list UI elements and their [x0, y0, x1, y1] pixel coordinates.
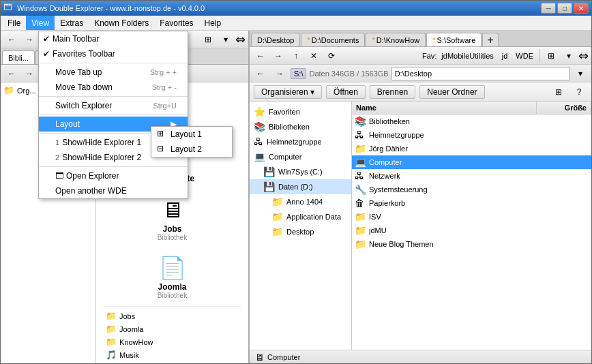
- minimize-button[interactable]: ─: [541, 3, 556, 14]
- file-row-computer[interactable]: 💻 Computer: [352, 155, 591, 169]
- tree-joomla[interactable]: 📁Joomla: [103, 322, 241, 335]
- content-row: ✔ Main Toolbar ✔ Favorites Toolbar Move …: [1, 31, 591, 363]
- fav-wde[interactable]: WDE: [512, 48, 537, 63]
- tree-musik[interactable]: 🎵Musik: [103, 348, 241, 361]
- lib-item-jobs[interactable]: 🖥 Jobs Bibliothek: [132, 198, 213, 241]
- file-row-joerg[interactable]: 📁 Jörg Dähler: [352, 142, 591, 155]
- close-button[interactable]: ✕: [574, 3, 589, 14]
- file-row-neue-blog[interactable]: 📁 Neue Blog Themen: [352, 237, 591, 251]
- maximize-button[interactable]: □: [557, 3, 572, 14]
- open-button[interactable]: Öffnen: [326, 85, 366, 99]
- right-refresh-button[interactable]: ⟳: [323, 48, 340, 63]
- computer-footer-icon: 🖥: [255, 352, 265, 363]
- right-pane-content: ⭐Favoriten 📚Bibliotheken 🖧Heimnetzgruppe…: [250, 102, 591, 350]
- sm-layout1[interactable]: ⊞ Layout 1: [151, 127, 232, 142]
- right-addr-back[interactable]: ←: [252, 66, 269, 81]
- dd-open-another[interactable]: Open another WDE: [39, 183, 188, 198]
- rtree-anno[interactable]: 📁Anno 1404: [250, 194, 351, 209]
- menu-file[interactable]: File: [2, 16, 26, 30]
- new-folder-button[interactable]: Neuer Ordner: [419, 85, 484, 99]
- left-lower-tree: 📁Jobs 📁Joomla 📁KnowHow 🎵Musik 📁Projekte …: [103, 306, 241, 363]
- menu-extras[interactable]: Extras: [55, 16, 89, 30]
- file-systemsteuerung-icon: 🔧: [355, 184, 366, 195]
- right-address-input[interactable]: [391, 67, 569, 80]
- file-row-systemsteuerung[interactable]: 🔧 Systemsteuerung: [352, 183, 591, 196]
- open-explorer-icon: 🗖: [55, 171, 63, 181]
- right-tabs-bar: D:\Desktop *D:\Documents *D:\KnowHow *S:…: [250, 31, 591, 47]
- menu-favorites[interactable]: Favorites: [154, 16, 198, 30]
- rtree-computer[interactable]: 💻Computer: [250, 149, 351, 164]
- tree-projekte[interactable]: 📁Projekte: [103, 361, 241, 363]
- right-sort-button[interactable]: ▾: [561, 48, 577, 63]
- menu-separator-1: [39, 63, 188, 63]
- left-view-button[interactable]: ⊞: [200, 32, 216, 47]
- right-resize-handle[interactable]: ⇔: [578, 48, 589, 63]
- file-row-papierkorb[interactable]: 🗑 Papierkorb: [352, 196, 591, 210]
- musik-icon: 🎵: [106, 350, 117, 360]
- right-stop-button[interactable]: ✕: [306, 48, 322, 63]
- window-controls: ─ □ ✕: [541, 3, 589, 14]
- right-tab-software[interactable]: *S:\Software: [426, 33, 482, 46]
- right-forward-button[interactable]: →: [270, 48, 286, 63]
- menu-separator-2: [39, 96, 188, 97]
- dd-switch-explorer[interactable]: Switch Explorer Strg+U: [39, 98, 188, 113]
- left-forward-button[interactable]: →: [21, 32, 38, 47]
- right-drive-label[interactable]: S:\: [291, 68, 306, 79]
- right-help-button[interactable]: ?: [571, 85, 587, 100]
- col-size[interactable]: Größe: [537, 102, 591, 114]
- right-tab-add[interactable]: +: [482, 33, 498, 46]
- rtree-heimnetz[interactable]: 🖧Heimnetzgruppe: [250, 134, 351, 149]
- sm-layout2[interactable]: ⊟ Layout 2: [151, 142, 232, 157]
- dd-main-toolbar[interactable]: ✔ Main Toolbar: [39, 31, 188, 46]
- rtree-favoriten[interactable]: ⭐Favoriten: [250, 104, 351, 119]
- rtree-bibliotheken[interactable]: 📚Bibliotheken: [250, 119, 351, 134]
- rtree-daten[interactable]: 💾Daten (D:): [250, 179, 351, 194]
- rtree-desktop[interactable]: 📁Desktop: [250, 224, 351, 239]
- right-tab-desktop[interactable]: D:\Desktop: [251, 33, 300, 46]
- file-row-jdmu[interactable]: 📁 jdMU: [352, 224, 591, 237]
- toolbar-separator: [539, 49, 540, 63]
- col-name[interactable]: Name: [352, 102, 537, 114]
- file-list: Name Größe 📚 Bibliotheken 🖧 Heimnetzgrup…: [352, 102, 591, 350]
- jobs-icon: 🖥: [162, 198, 183, 223]
- menu-help[interactable]: Help: [199, 16, 227, 30]
- dd-move-tab-up[interactable]: Move Tab up Strg + +: [39, 65, 188, 80]
- left-addr-forward[interactable]: →: [21, 66, 38, 81]
- dd-open-explorer[interactable]: 🗖 Open Explorer: [39, 168, 188, 183]
- right-tab-knowhow[interactable]: *D:\KnowHow: [366, 33, 426, 46]
- right-back-button[interactable]: ←: [252, 48, 269, 63]
- tree-jobs[interactable]: 📁Jobs: [103, 309, 241, 322]
- left-tab-0[interactable]: Bibli...: [2, 50, 35, 64]
- rtree-win7sys[interactable]: 💾Win7Sys (C:): [250, 164, 351, 179]
- right-up-button[interactable]: ↑: [288, 48, 304, 63]
- file-row-netzwerk[interactable]: 🖧 Netzwerk: [352, 169, 591, 183]
- right-view-button[interactable]: ⊞: [543, 48, 559, 63]
- right-addr-forward[interactable]: →: [271, 66, 288, 81]
- fav-jdmobile[interactable]: jdMobileUtilities: [438, 48, 497, 63]
- right-addr-dropdown[interactable]: ▾: [572, 66, 589, 81]
- file-row-heimnetzgruppe[interactable]: 🖧 Heimnetzgruppe: [352, 128, 591, 142]
- lib-item-joomla[interactable]: 📄 Joomla Bibliothek: [132, 255, 213, 299]
- anno-icon: 📁: [271, 196, 283, 207]
- left-back-button[interactable]: ←: [3, 32, 20, 47]
- left-sort-button[interactable]: ▾: [218, 32, 234, 47]
- left-addr-back[interactable]: ←: [3, 66, 20, 81]
- right-folder-tree: ⭐Favoriten 📚Bibliotheken 🖧Heimnetzgruppe…: [250, 102, 352, 350]
- file-joerg-icon: 📁: [355, 143, 366, 154]
- right-tab-documents[interactable]: *D:\Documents: [301, 33, 365, 46]
- left-resize-handle[interactable]: ⇔: [235, 32, 246, 47]
- menu-known-folders[interactable]: Known Folders: [89, 16, 154, 30]
- file-row-bibliotheken[interactable]: 📚 Bibliotheken: [352, 115, 591, 128]
- organize-button[interactable]: Organisieren ▾: [254, 85, 322, 99]
- rtree-appdata[interactable]: 📁Application Data: [250, 209, 351, 224]
- tree-knowhow[interactable]: 📁KnowHow: [103, 335, 241, 348]
- dd-move-tab-down[interactable]: Move Tab down Strg + -: [39, 80, 188, 95]
- layout1-icon: ⊞: [157, 129, 168, 140]
- menu-view[interactable]: View: [26, 16, 55, 30]
- right-view-mode-button[interactable]: ⊞: [550, 85, 567, 100]
- file-row-isv[interactable]: 📁 ISV: [352, 210, 591, 224]
- right-pane-toolbar: ← → ↑ ✕ ⟳ Fav: jdMobileUtilities jd WDE …: [250, 47, 591, 65]
- dd-favorites-toolbar[interactable]: ✔ Favorites Toolbar: [39, 46, 188, 61]
- fav-jd[interactable]: jd: [499, 48, 512, 63]
- burn-button[interactable]: Brennen: [370, 85, 415, 99]
